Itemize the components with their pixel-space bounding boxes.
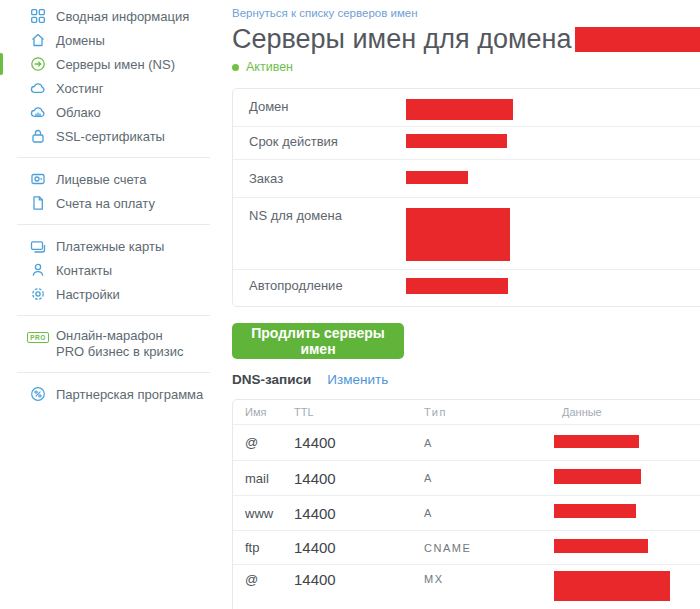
dns-type-cell: A (424, 472, 554, 484)
sidebar-item-label: Хостинг (56, 81, 103, 96)
table-row: @ 14400 A (233, 425, 700, 461)
dns-data-cell (554, 469, 700, 488)
dns-name-cell: mail (245, 471, 294, 486)
sidebar-item-label: Платежные карты (56, 239, 164, 254)
detail-row-order: Заказ (233, 160, 700, 198)
sidebar-item-label: Сводная информация (56, 9, 189, 24)
detail-label: Срок действия (249, 134, 406, 149)
sidebar-item-label: Онлайн-марафон (56, 328, 183, 344)
sidebar-item-partner-program[interactable]: Партнерская программа (0, 382, 216, 406)
sidebar-item-invoices[interactable]: Счета на оплату (0, 191, 216, 215)
redacted-value (406, 208, 510, 261)
dns-data-cell (554, 504, 700, 522)
dns-type-cell: MX (424, 573, 554, 586)
dns-name-cell: @ (245, 435, 294, 450)
sidebar-item-nameservers[interactable]: Серверы имен (NS) (0, 52, 216, 76)
redacted-value (554, 469, 641, 484)
sidebar-item-label: Партнерская программа (56, 387, 203, 402)
home-icon (30, 32, 46, 48)
sidebar-item-label: Счета на оплату (56, 196, 155, 211)
redacted-value (554, 504, 636, 518)
detail-label: NS для домена (249, 208, 406, 223)
dns-ttl-cell: 14400 (294, 505, 424, 522)
invoice-icon (30, 195, 46, 211)
sidebar-divider (17, 315, 210, 316)
detail-row-autorenew: Автопродление (233, 270, 700, 306)
grid-icon (30, 8, 46, 24)
redacted-value (554, 435, 639, 448)
redacted-value (406, 171, 468, 184)
sidebar-item-label: Контакты (56, 263, 112, 278)
dns-section-header: DNS-записи Изменить (232, 372, 700, 387)
dns-ttl-cell: 14400 (294, 573, 424, 586)
cards-icon (30, 238, 46, 254)
table-row: @ 14400 MX (233, 565, 700, 609)
status-dot-icon (232, 64, 239, 71)
detail-row-ns: NS для домена (233, 198, 700, 270)
sidebar-item-label: Домены (56, 33, 105, 48)
sidebar-item-contacts[interactable]: Контакты (0, 258, 216, 282)
pro-badge-icon: PRO (30, 329, 46, 345)
dns-type-cell: A (424, 507, 554, 519)
sidebar-item-label: SSL-сертификаты (56, 129, 165, 144)
back-to-nameservers-link[interactable]: Вернуться к списку серверов имен (232, 6, 418, 20)
dns-ttl-cell: 14400 (294, 539, 424, 556)
dns-name-cell: www (245, 506, 294, 521)
status-label: Активен (246, 61, 293, 74)
sidebar-item-label: PRO бизнес в кризис (56, 344, 183, 360)
page-title: Серверы имен для домена (232, 24, 700, 54)
sidebar: Сводная информация Домены Серверы имен (… (0, 0, 216, 609)
sidebar-item-label: Облако (56, 105, 101, 120)
sidebar-item-marathon[interactable]: PRO Онлайн-марафон PRO бизнес в кризис (0, 325, 216, 363)
sidebar-item-label: Настройки (56, 287, 120, 302)
detail-label: Заказ (249, 171, 406, 186)
wallet-icon (30, 171, 46, 187)
dns-edit-link[interactable]: Изменить (327, 372, 388, 387)
detail-row-expiry: Срок действия (233, 127, 700, 160)
lock-icon (30, 128, 46, 144)
dns-records-title: DNS-записи (232, 372, 311, 387)
sidebar-item-summary[interactable]: Сводная информация (0, 4, 216, 28)
redacted-value (554, 571, 670, 601)
sidebar-item-settings[interactable]: Настройки (0, 282, 216, 306)
column-header-ttl: TTL (294, 406, 424, 418)
dns-type-cell: A (424, 437, 554, 449)
detail-label: Автопродление (249, 278, 406, 293)
contact-icon (30, 262, 46, 278)
percent-icon (30, 386, 46, 402)
column-header-name: Имя (245, 406, 294, 418)
sidebar-item-ssl[interactable]: SSL-сертификаты (0, 124, 216, 148)
status-badge: Активен (232, 61, 700, 74)
redacted-value (406, 99, 513, 120)
arrow-circle-icon (30, 56, 46, 72)
dns-name-cell: @ (245, 573, 294, 586)
main-content: Вернуться к списку серверов имен Серверы… (232, 0, 700, 609)
sidebar-item-cloud[interactable]: Облако (0, 100, 216, 124)
dns-ttl-cell: 14400 (294, 434, 424, 451)
sidebar-divider (17, 224, 210, 225)
cloud-icon (30, 80, 46, 96)
detail-label: Домен (249, 99, 406, 114)
column-header-type: Тип (424, 406, 554, 418)
redacted-value (406, 134, 507, 148)
detail-row-domain: Домен (233, 89, 700, 127)
column-header-data: Данные (554, 406, 700, 418)
dns-table-header: Имя TTL Тип Данные (233, 400, 700, 425)
renew-nameservers-button[interactable]: Продлить серверы имен (232, 323, 404, 359)
table-row: ftp 14400 CNAME (233, 531, 700, 565)
table-row: www 14400 A (233, 496, 700, 531)
cloud-server-icon (30, 104, 46, 120)
sidebar-divider (17, 157, 210, 158)
redacted-value (554, 539, 648, 553)
page-title-text: Серверы имен для домена (232, 24, 572, 54)
dns-data-cell (554, 539, 700, 557)
sidebar-item-payment-cards[interactable]: Платежные карты (0, 234, 216, 258)
sidebar-divider (17, 372, 210, 373)
sidebar-item-domains[interactable]: Домены (0, 28, 216, 52)
gear-icon (30, 286, 46, 302)
sidebar-item-hosting[interactable]: Хостинг (0, 76, 216, 100)
sidebar-item-accounts[interactable]: Лицевые счета (0, 167, 216, 191)
redacted-value (406, 278, 508, 294)
domain-details-card: Домен Срок действия Заказ NS для домена … (232, 88, 700, 307)
sidebar-item-label: Серверы имен (NS) (56, 57, 175, 72)
